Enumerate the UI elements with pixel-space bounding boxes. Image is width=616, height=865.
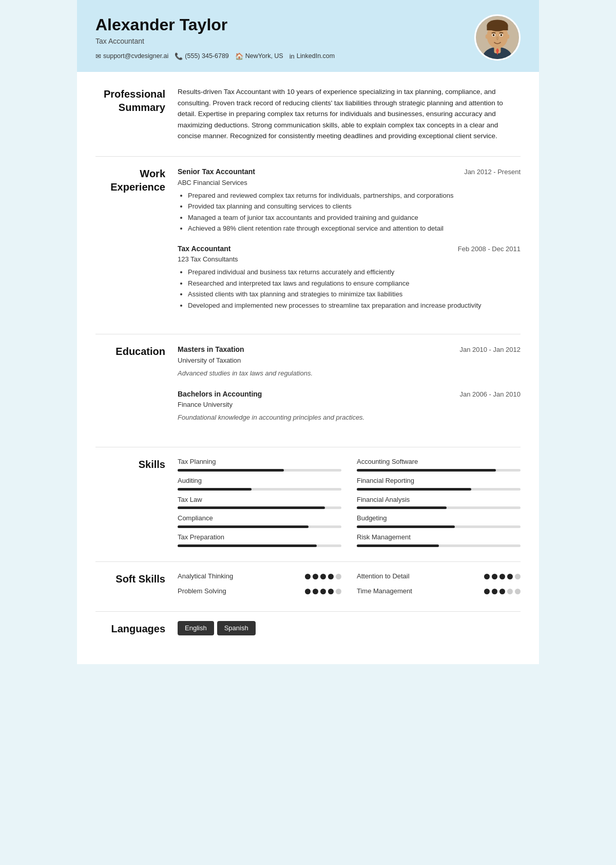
soft-skill-name: Analytical Thinking bbox=[178, 571, 233, 582]
dot-filled bbox=[313, 589, 318, 594]
skill-bar-bg bbox=[178, 544, 341, 547]
work-entry-2-org: 123 Tax Consultants bbox=[178, 254, 521, 265]
work-entry-2-date: Feb 2008 - Dec 2011 bbox=[458, 244, 521, 255]
soft-skills-grid: Analytical Thinking Attention to Detail … bbox=[178, 571, 521, 597]
edu-entry-1-org: University of Taxation bbox=[178, 355, 521, 366]
divider-3 bbox=[95, 447, 521, 447]
skill-name: Tax Planning bbox=[178, 457, 341, 467]
work-entry-2-header: Tax Accountant Feb 2008 - Dec 2011 bbox=[178, 243, 521, 255]
phone-value: (555) 345-6789 bbox=[185, 52, 228, 60]
edu-entry-1-date: Jan 2010 - Jan 2012 bbox=[459, 345, 521, 355]
soft-skill-name: Problem Solving bbox=[178, 586, 226, 597]
skills-label: Skills bbox=[95, 457, 178, 547]
soft-skill-dots bbox=[305, 589, 341, 594]
summary-content: Results-driven Tax Accountant with 10 ye… bbox=[178, 86, 521, 142]
bullet-item: Assisted clients with tax planning and s… bbox=[188, 289, 521, 299]
soft-skill-item: Attention to Detail bbox=[357, 571, 521, 582]
dot-empty bbox=[336, 574, 341, 579]
edu-entry-1-header: Masters in Taxation Jan 2010 - Jan 2012 bbox=[178, 344, 521, 355]
bullet-item: Researched and interpreted tax laws and … bbox=[188, 278, 521, 289]
skill-bar-bg bbox=[357, 469, 521, 472]
skill-name: Financial Analysis bbox=[357, 495, 521, 505]
linkedin-icon: in bbox=[290, 52, 295, 60]
work-entry-2-bullets: Prepared individual and business tax ret… bbox=[178, 267, 521, 310]
work-entry-1-org: ABC Financial Services bbox=[178, 178, 521, 189]
skill-bar-bg bbox=[178, 488, 341, 491]
divider-2 bbox=[95, 334, 521, 334]
skill-bar-fill bbox=[178, 488, 252, 491]
edu-entry-1-title: Masters in Taxation bbox=[178, 344, 244, 355]
edu-entry-2-desc: Foundational knowledge in accounting pri… bbox=[178, 412, 521, 423]
svg-rect-6 bbox=[487, 26, 508, 30]
edu-entry-2-title: Bachelors in Accounting bbox=[178, 388, 262, 400]
work-entry-1-bullets: Prepared and reviewed complex tax return… bbox=[178, 191, 521, 234]
skill-bar-bg bbox=[357, 488, 521, 491]
skill-bar-fill bbox=[357, 525, 455, 528]
skills-section: Skills Tax Planning Accounting Software … bbox=[95, 457, 521, 547]
main-content: ProfessionalSummary Results-driven Tax A… bbox=[77, 72, 539, 664]
dot-filled bbox=[320, 574, 326, 579]
dot-empty bbox=[515, 574, 521, 579]
skill-item: Tax Law bbox=[178, 495, 341, 510]
divider-4 bbox=[95, 561, 521, 562]
soft-skills-content: Analytical Thinking Attention to Detail … bbox=[178, 571, 521, 597]
skill-name: Tax Law bbox=[178, 495, 341, 505]
language-tag: English bbox=[178, 621, 214, 636]
skill-bar-fill bbox=[357, 544, 439, 547]
dot-filled bbox=[320, 589, 326, 594]
soft-skill-name: Attention to Detail bbox=[357, 571, 410, 582]
work-entry-1: Senior Tax Accountant Jan 2012 - Present… bbox=[178, 166, 521, 234]
bullet-item: Developed and implemented new processes … bbox=[188, 300, 521, 311]
skill-bar-fill bbox=[178, 525, 309, 528]
dot-filled bbox=[484, 574, 490, 579]
soft-skill-item: Analytical Thinking bbox=[178, 571, 341, 582]
skill-bar-bg bbox=[178, 525, 341, 528]
dot-filled bbox=[492, 574, 497, 579]
soft-skill-dots bbox=[484, 589, 521, 594]
skill-item: Budgeting bbox=[357, 513, 521, 528]
resume-wrapper: Alexander Taylor Tax Accountant ✉ suppor… bbox=[77, 0, 539, 664]
dot-filled bbox=[313, 574, 318, 579]
soft-skill-dots bbox=[305, 574, 341, 579]
work-entry-2: Tax Accountant Feb 2008 - Dec 2011 123 T… bbox=[178, 243, 521, 311]
work-entry-1-date: Jan 2012 - Present bbox=[464, 167, 521, 178]
candidate-title: Tax Accountant bbox=[95, 37, 335, 45]
edu-entry-2-header: Bachelors in Accounting Jan 2006 - Jan 2… bbox=[178, 388, 521, 400]
skill-name: Budgeting bbox=[357, 513, 521, 524]
soft-skill-dots bbox=[484, 574, 521, 579]
phone-icon: 📞 bbox=[175, 52, 183, 60]
linkedin-value: LinkedIn.com bbox=[297, 52, 335, 60]
skill-name: Risk Management bbox=[357, 532, 521, 543]
profile-photo bbox=[474, 14, 521, 61]
bullet-item: Prepared and reviewed complex tax return… bbox=[188, 191, 521, 201]
bullet-item: Provided tax planning and consulting ser… bbox=[188, 201, 521, 212]
bullet-item: Prepared individual and business tax ret… bbox=[188, 267, 521, 277]
skill-item: Accounting Software bbox=[357, 457, 521, 472]
skill-name: Auditing bbox=[178, 476, 341, 486]
edu-entry-1: Masters in Taxation Jan 2010 - Jan 2012 … bbox=[178, 344, 521, 379]
work-label: WorkExperience bbox=[95, 166, 178, 319]
summary-label: ProfessionalSummary bbox=[95, 86, 178, 142]
skill-bar-bg bbox=[357, 525, 521, 528]
work-entry-2-title: Tax Accountant bbox=[178, 243, 230, 254]
dot-empty bbox=[507, 589, 513, 594]
skill-item: Financial Analysis bbox=[357, 495, 521, 510]
skill-bar-bg bbox=[178, 469, 341, 472]
email-value: support@cvdesigner.ai bbox=[103, 52, 168, 60]
skill-bar-fill bbox=[178, 544, 317, 547]
svg-point-9 bbox=[493, 34, 495, 36]
soft-skill-item: Time Management bbox=[357, 586, 521, 597]
svg-point-12 bbox=[507, 34, 510, 39]
dot-empty bbox=[515, 589, 521, 594]
location-icon: 🏠 bbox=[235, 52, 243, 60]
skill-name: Tax Preparation bbox=[178, 532, 341, 543]
skill-item: Risk Management bbox=[357, 532, 521, 547]
skill-name: Compliance bbox=[178, 513, 341, 524]
dot-filled bbox=[484, 589, 490, 594]
bullet-item: Achieved a 98% client retention rate thr… bbox=[188, 223, 521, 234]
language-tag: Spanish bbox=[217, 621, 256, 636]
candidate-name: Alexander Taylor bbox=[95, 15, 335, 34]
email-icon: ✉ bbox=[95, 52, 101, 60]
education-section: Education Masters in Taxation Jan 2010 -… bbox=[95, 344, 521, 432]
dot-filled bbox=[328, 589, 334, 594]
